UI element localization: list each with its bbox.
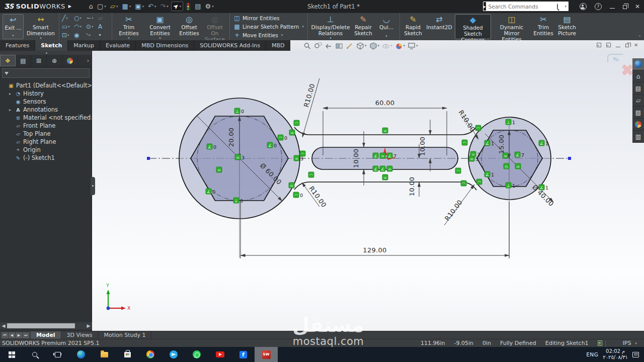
bottom-tab[interactable]: Model [31,331,61,339]
fillet-tool[interactable]: ◝▾ [86,31,97,39]
commandmanager-tab[interactable]: Evaluate [100,40,136,51]
scroll-right-icon[interactable]: ▶ [85,323,92,328]
dim-r10-bottom-right[interactable]: R10.00 [443,199,464,222]
prev-tab-icon[interactable]: ◀ [9,332,15,338]
tree-filter-box[interactable] [2,68,90,78]
dim-r10-top-right[interactable]: R10.00 [457,109,476,133]
search-caret-icon[interactable]: ▾ [565,5,567,9]
text-tool[interactable]: A [98,23,109,31]
taskbar-app-icon[interactable] [46,347,69,362]
dim-10-top[interactable]: 10.00 [419,137,426,156]
slot-tool[interactable]: ⊡▾ [62,31,73,39]
commandmanager-tab[interactable]: Features [0,40,35,51]
tree-item[interactable]: (-) Sketch1 [0,154,92,162]
taskbar-app-icon[interactable] [0,347,23,362]
status-units[interactable]: IPS [623,340,631,346]
bottom-tab[interactable]: Motion Study 1 [98,331,151,339]
next-tab-icon[interactable]: ▶ [16,332,22,338]
trim-entities-2-button[interactable]: ✂ Trim Entities [532,14,554,39]
tree-item[interactable]: Right Plane [0,138,92,146]
arc-tool[interactable]: ◠▾ [74,23,85,31]
repair-sketch-button[interactable]: ✎ Repair Sketch [352,14,374,39]
bottom-tab[interactable]: 3D Views [61,331,99,339]
next-document-icon[interactable] [606,43,611,47]
smart-dimension-button[interactable]: ↔ Smart Dimension ▾ [25,14,56,39]
handle-bottom-edge[interactable] [294,182,476,190]
centerline-endpoint-left[interactable] [147,157,150,160]
dim-129[interactable]: 129.00 [363,246,386,254]
plane-tool[interactable]: ▱ [98,14,109,22]
quick-snaps-button[interactable]: ◡ Qui... ▾ [376,14,397,39]
dim-10-slot[interactable]: 10.00 [352,149,360,168]
expander-icon[interactable] [9,92,15,96]
home-icon[interactable]: ⌂ [88,2,95,11]
view-orientation-icon[interactable]: ▾ [356,42,367,50]
taskbar-app-icon[interactable] [162,347,185,362]
offset-on-surface-button[interactable]: ◎ Offset On Surface [203,14,227,39]
dim-10-bottom[interactable]: 10.00 [408,177,416,197]
sketch-picture-button[interactable]: ▤ Sketch Picture [556,14,578,39]
save-icon[interactable]: ▦▾ [120,2,132,11]
commandmanager-tab[interactable]: SOLIDWORKS Add-Ins [194,40,266,51]
logo-flyout-arrow[interactable]: ▶ [68,4,71,9]
taskbar-app-icon[interactable] [23,347,46,362]
solidworks-resources-globe-icon[interactable] [632,58,644,70]
section-view-icon[interactable] [335,42,344,50]
search-input[interactable] [487,4,557,10]
scrollbar-thumb[interactable] [7,323,75,328]
point-tool[interactable]: • [98,31,109,39]
design-library-home-icon[interactable]: ⌂ [632,70,644,82]
move-entities-button[interactable]: + Move Entities▾ [233,32,304,39]
tree-item[interactable]: Sensors [0,98,92,106]
custom-properties-icon[interactable]: ▥ [632,131,644,143]
shaded-sketch-contours-button[interactable]: ◆ Shaded Sketch Contours [455,14,491,39]
expander-icon[interactable] [9,108,15,112]
doc-restore-icon[interactable] [625,44,629,47]
design-tree-tab[interactable]: ❖ [0,55,16,66]
tree-item[interactable]: History [0,89,92,98]
instant2d-button[interactable]: ⇄ Instant2D [425,14,453,39]
trim-entities-button[interactable]: ✂ Trim Entities ▾ [115,14,143,39]
dim-15[interactable]: 15.00 [498,135,505,154]
taskbar-app-icon[interactable] [93,347,116,362]
taskbar-app-icon[interactable] [116,347,139,362]
taskbar-app-icon[interactable] [255,347,278,362]
notification-center-icon[interactable] [632,352,639,357]
polygon-tool[interactable]: ◉ [74,31,85,39]
commandmanager-tab[interactable]: Markup [68,40,100,51]
rebuild-traffic-light-icon[interactable] [184,2,192,12]
centerline-endpoint-right[interactable] [568,157,571,160]
rapid-sketch-button[interactable]: ✎ Rapid Sketch [403,14,424,39]
options-gear-icon[interactable]: ⚙▾ [204,2,215,11]
view-settings-icon[interactable]: ▾ [407,42,419,50]
commandmanager-tab[interactable]: MBD Dimensions [136,40,194,51]
select-cursor-icon[interactable]: ➤▾ [171,2,183,11]
taskbar-app-icon[interactable] [139,347,162,362]
search-icon[interactable] [557,4,558,9]
line-tool[interactable]: ╱▾ [62,14,73,22]
undo-icon[interactable]: ↶▾ [146,2,157,11]
zoom-fit-icon[interactable] [303,42,312,50]
tree-horizontal-scrollbar[interactable]: ◀ ▶ [0,322,92,329]
configuration-manager-tab[interactable]: ⊞ [31,55,47,66]
offset-entities-button[interactable]: ◎ Offset Entities [177,14,201,39]
zoom-area-icon[interactable] [313,42,323,50]
minimize-icon[interactable] [610,4,615,9]
panel-splitter-handle[interactable] [91,177,95,195]
last-tab-icon[interactable]: ⏭ [23,332,29,338]
dim-20[interactable]: 20.00 [227,128,235,147]
file-explorer-folder-icon[interactable]: ▱ [632,95,644,107]
linear-sketch-pattern-button[interactable]: ▦ Linear Sketch Pattern▾ [233,23,304,30]
view-palette-icon[interactable]: ▨ [632,107,644,119]
tree-item[interactable]: Origin [0,146,92,154]
sketch-canvas[interactable]: 60.00 129.00 20.00 15.00 10.00 10.00 10.… [92,51,644,331]
tree-item[interactable]: Material <not specified> [0,114,92,122]
previous-view-icon[interactable] [324,42,333,50]
redo-icon[interactable]: ↷▾ [158,2,170,11]
exit-sketch-button[interactable]: ↩ Exit ... ▾ [3,14,24,39]
panel-grip[interactable] [0,51,92,55]
ribbon-collapse-icon[interactable]: ⌃ [637,35,641,40]
print-icon[interactable]: ▣▾ [133,2,145,11]
doc-close-icon[interactable]: ✕ [634,42,638,48]
new-file-icon[interactable]: ▢▾ [96,2,108,11]
